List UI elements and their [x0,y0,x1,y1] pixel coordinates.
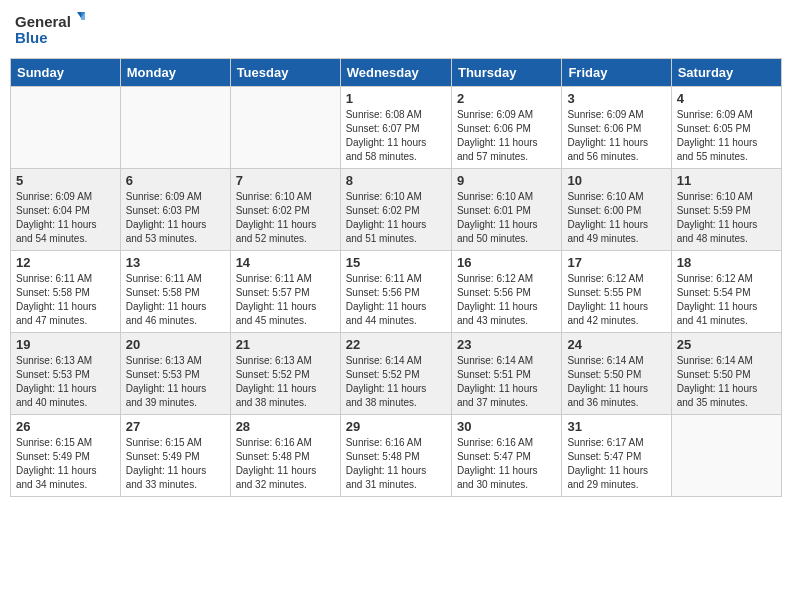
calendar-week-row: 12Sunrise: 6:11 AM Sunset: 5:58 PM Dayli… [11,251,782,333]
day-info: Sunrise: 6:09 AM Sunset: 6:05 PM Dayligh… [677,108,776,164]
calendar-cell: 31Sunrise: 6:17 AM Sunset: 5:47 PM Dayli… [562,415,671,497]
day-info: Sunrise: 6:10 AM Sunset: 5:59 PM Dayligh… [677,190,776,246]
calendar-cell: 30Sunrise: 6:16 AM Sunset: 5:47 PM Dayli… [451,415,561,497]
day-info: Sunrise: 6:14 AM Sunset: 5:52 PM Dayligh… [346,354,446,410]
calendar-cell: 15Sunrise: 6:11 AM Sunset: 5:56 PM Dayli… [340,251,451,333]
day-info: Sunrise: 6:11 AM Sunset: 5:56 PM Dayligh… [346,272,446,328]
day-number: 12 [16,255,115,270]
day-number: 4 [677,91,776,106]
day-number: 14 [236,255,335,270]
day-number: 1 [346,91,446,106]
column-header-sunday: Sunday [11,59,121,87]
day-number: 3 [567,91,665,106]
calendar-cell: 13Sunrise: 6:11 AM Sunset: 5:58 PM Dayli… [120,251,230,333]
calendar-week-row: 5Sunrise: 6:09 AM Sunset: 6:04 PM Daylig… [11,169,782,251]
day-info: Sunrise: 6:13 AM Sunset: 5:53 PM Dayligh… [126,354,225,410]
day-number: 8 [346,173,446,188]
calendar-cell: 4Sunrise: 6:09 AM Sunset: 6:05 PM Daylig… [671,87,781,169]
day-info: Sunrise: 6:13 AM Sunset: 5:53 PM Dayligh… [16,354,115,410]
day-info: Sunrise: 6:10 AM Sunset: 6:01 PM Dayligh… [457,190,556,246]
day-number: 28 [236,419,335,434]
day-info: Sunrise: 6:09 AM Sunset: 6:03 PM Dayligh… [126,190,225,246]
calendar-week-row: 26Sunrise: 6:15 AM Sunset: 5:49 PM Dayli… [11,415,782,497]
day-number: 18 [677,255,776,270]
calendar-cell: 10Sunrise: 6:10 AM Sunset: 6:00 PM Dayli… [562,169,671,251]
calendar-cell: 26Sunrise: 6:15 AM Sunset: 5:49 PM Dayli… [11,415,121,497]
day-info: Sunrise: 6:14 AM Sunset: 5:51 PM Dayligh… [457,354,556,410]
day-number: 21 [236,337,335,352]
day-number: 19 [16,337,115,352]
day-number: 29 [346,419,446,434]
calendar-cell: 28Sunrise: 6:16 AM Sunset: 5:48 PM Dayli… [230,415,340,497]
calendar-cell [671,415,781,497]
logo: General Blue [15,10,85,50]
column-header-tuesday: Tuesday [230,59,340,87]
svg-text:General: General [15,13,71,30]
calendar-cell [11,87,121,169]
day-number: 20 [126,337,225,352]
calendar-cell: 9Sunrise: 6:10 AM Sunset: 6:01 PM Daylig… [451,169,561,251]
day-info: Sunrise: 6:11 AM Sunset: 5:57 PM Dayligh… [236,272,335,328]
day-info: Sunrise: 6:14 AM Sunset: 5:50 PM Dayligh… [567,354,665,410]
day-info: Sunrise: 6:15 AM Sunset: 5:49 PM Dayligh… [126,436,225,492]
calendar-cell: 23Sunrise: 6:14 AM Sunset: 5:51 PM Dayli… [451,333,561,415]
day-number: 23 [457,337,556,352]
calendar-cell: 3Sunrise: 6:09 AM Sunset: 6:06 PM Daylig… [562,87,671,169]
calendar-cell: 27Sunrise: 6:15 AM Sunset: 5:49 PM Dayli… [120,415,230,497]
calendar-cell: 6Sunrise: 6:09 AM Sunset: 6:03 PM Daylig… [120,169,230,251]
calendar-cell: 19Sunrise: 6:13 AM Sunset: 5:53 PM Dayli… [11,333,121,415]
day-number: 16 [457,255,556,270]
day-info: Sunrise: 6:12 AM Sunset: 5:56 PM Dayligh… [457,272,556,328]
calendar-cell: 22Sunrise: 6:14 AM Sunset: 5:52 PM Dayli… [340,333,451,415]
day-info: Sunrise: 6:16 AM Sunset: 5:48 PM Dayligh… [236,436,335,492]
day-number: 13 [126,255,225,270]
calendar-cell: 20Sunrise: 6:13 AM Sunset: 5:53 PM Dayli… [120,333,230,415]
calendar-cell: 5Sunrise: 6:09 AM Sunset: 6:04 PM Daylig… [11,169,121,251]
calendar-table: SundayMondayTuesdayWednesdayThursdayFrid… [10,58,782,497]
day-number: 2 [457,91,556,106]
day-number: 6 [126,173,225,188]
column-header-friday: Friday [562,59,671,87]
calendar-cell: 29Sunrise: 6:16 AM Sunset: 5:48 PM Dayli… [340,415,451,497]
calendar-cell: 25Sunrise: 6:14 AM Sunset: 5:50 PM Dayli… [671,333,781,415]
column-header-saturday: Saturday [671,59,781,87]
calendar-cell: 1Sunrise: 6:08 AM Sunset: 6:07 PM Daylig… [340,87,451,169]
day-info: Sunrise: 6:08 AM Sunset: 6:07 PM Dayligh… [346,108,446,164]
calendar-cell: 2Sunrise: 6:09 AM Sunset: 6:06 PM Daylig… [451,87,561,169]
column-header-wednesday: Wednesday [340,59,451,87]
day-number: 11 [677,173,776,188]
day-info: Sunrise: 6:09 AM Sunset: 6:04 PM Dayligh… [16,190,115,246]
calendar-cell: 11Sunrise: 6:10 AM Sunset: 5:59 PM Dayli… [671,169,781,251]
day-info: Sunrise: 6:10 AM Sunset: 6:02 PM Dayligh… [346,190,446,246]
day-number: 22 [346,337,446,352]
svg-marker-4 [81,12,85,20]
day-number: 27 [126,419,225,434]
day-number: 31 [567,419,665,434]
day-number: 17 [567,255,665,270]
day-info: Sunrise: 6:12 AM Sunset: 5:55 PM Dayligh… [567,272,665,328]
calendar-cell: 18Sunrise: 6:12 AM Sunset: 5:54 PM Dayli… [671,251,781,333]
day-info: Sunrise: 6:11 AM Sunset: 5:58 PM Dayligh… [16,272,115,328]
day-info: Sunrise: 6:15 AM Sunset: 5:49 PM Dayligh… [16,436,115,492]
day-info: Sunrise: 6:14 AM Sunset: 5:50 PM Dayligh… [677,354,776,410]
calendar-cell: 24Sunrise: 6:14 AM Sunset: 5:50 PM Dayli… [562,333,671,415]
day-info: Sunrise: 6:10 AM Sunset: 6:00 PM Dayligh… [567,190,665,246]
day-number: 15 [346,255,446,270]
day-number: 25 [677,337,776,352]
column-header-monday: Monday [120,59,230,87]
svg-text:Blue: Blue [15,29,48,46]
day-number: 24 [567,337,665,352]
day-info: Sunrise: 6:12 AM Sunset: 5:54 PM Dayligh… [677,272,776,328]
calendar-header-row: SundayMondayTuesdayWednesdayThursdayFrid… [11,59,782,87]
calendar-cell: 14Sunrise: 6:11 AM Sunset: 5:57 PM Dayli… [230,251,340,333]
day-info: Sunrise: 6:09 AM Sunset: 6:06 PM Dayligh… [457,108,556,164]
logo-svg: General Blue [15,10,85,50]
calendar-cell: 7Sunrise: 6:10 AM Sunset: 6:02 PM Daylig… [230,169,340,251]
day-info: Sunrise: 6:16 AM Sunset: 5:47 PM Dayligh… [457,436,556,492]
column-header-thursday: Thursday [451,59,561,87]
calendar-cell: 17Sunrise: 6:12 AM Sunset: 5:55 PM Dayli… [562,251,671,333]
calendar-cell [120,87,230,169]
day-number: 7 [236,173,335,188]
day-number: 5 [16,173,115,188]
day-number: 26 [16,419,115,434]
